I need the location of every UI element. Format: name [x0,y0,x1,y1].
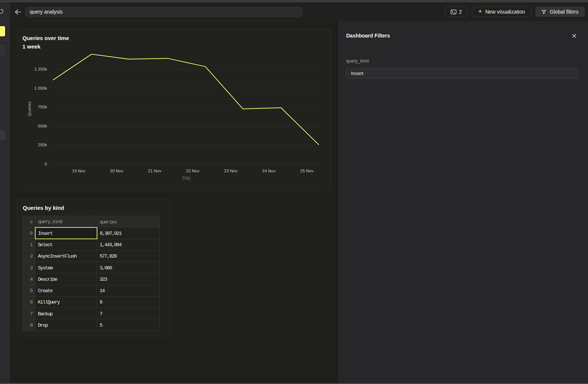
svg-text:23 Nov: 23 Nov [224,169,238,173]
svg-text:22 Nov: 22 Nov [186,169,200,173]
svg-text:20 Nov: 20 Nov [110,169,123,173]
svg-text:Queries: Queries [27,101,32,116]
svg-text:1 250k: 1 250k [34,67,47,71]
svg-text:250k: 250k [38,143,47,147]
svg-text:750k: 750k [38,105,47,109]
svg-text:24 Nov: 24 Nov [262,169,276,173]
svg-text:21 Nov: 21 Nov [148,169,162,173]
svg-text:1 000k: 1 000k [34,86,47,90]
svg-text:Day: Day [182,175,190,180]
svg-text:25 Nov: 25 Nov [300,169,314,173]
svg-text:500k: 500k [38,124,47,128]
svg-text:0: 0 [45,162,47,166]
svg-text:19 Nov: 19 Nov [72,169,86,173]
